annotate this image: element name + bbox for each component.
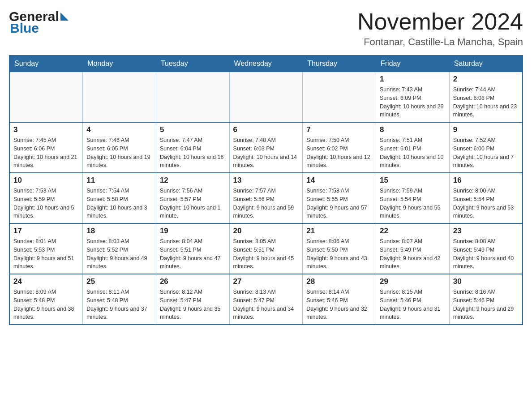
day-number: 10 <box>13 176 79 185</box>
day-number: 8 <box>380 125 446 134</box>
calendar-week-row: 1Sunrise: 7:43 AMSunset: 6:09 PMDaylight… <box>9 72 523 122</box>
day-info: Sunrise: 8:12 AMSunset: 5:47 PMDaylight:… <box>160 288 226 321</box>
day-number: 13 <box>233 176 299 185</box>
day-number: 26 <box>160 277 226 286</box>
day-info: Sunrise: 7:50 AMSunset: 6:02 PMDaylight:… <box>306 136 372 170</box>
day-number: 2 <box>453 75 519 84</box>
day-info: Sunrise: 8:07 AMSunset: 5:49 PMDaylight:… <box>380 237 446 271</box>
page-header: General Blue November 2024 Fontanar, Cas… <box>9 9 523 48</box>
day-info: Sunrise: 8:13 AMSunset: 5:47 PMDaylight:… <box>233 288 299 321</box>
day-number: 6 <box>233 125 299 134</box>
day-number: 18 <box>86 227 152 235</box>
day-info: Sunrise: 7:57 AMSunset: 5:56 PMDaylight:… <box>233 187 299 220</box>
title-area: November 2024 Fontanar, Castille-La Manc… <box>357 9 523 48</box>
day-info: Sunrise: 7:45 AMSunset: 6:06 PMDaylight:… <box>13 136 79 170</box>
day-info: Sunrise: 8:04 AMSunset: 5:51 PMDaylight:… <box>160 237 226 271</box>
day-number: 24 <box>13 277 79 286</box>
table-row: 28Sunrise: 8:14 AMSunset: 5:46 PMDayligh… <box>303 274 376 325</box>
day-number: 5 <box>160 125 226 134</box>
col-sunday: Sunday <box>9 56 83 72</box>
table-row: 29Sunrise: 8:15 AMSunset: 5:46 PMDayligh… <box>376 274 450 325</box>
day-number: 25 <box>86 277 152 286</box>
day-info: Sunrise: 8:16 AMSunset: 5:46 PMDaylight:… <box>453 288 519 321</box>
table-row: 3Sunrise: 7:45 AMSunset: 6:06 PMDaylight… <box>9 122 83 173</box>
col-monday: Monday <box>83 56 156 72</box>
table-row: 19Sunrise: 8:04 AMSunset: 5:51 PMDayligh… <box>156 223 229 274</box>
day-number: 4 <box>86 125 152 134</box>
table-row: 15Sunrise: 7:59 AMSunset: 5:54 PMDayligh… <box>376 173 450 223</box>
day-number: 21 <box>306 227 372 235</box>
day-info: Sunrise: 8:11 AMSunset: 5:48 PMDaylight:… <box>86 288 152 321</box>
day-info: Sunrise: 7:58 AMSunset: 5:55 PMDaylight:… <box>306 187 372 220</box>
table-row: 26Sunrise: 8:12 AMSunset: 5:47 PMDayligh… <box>156 274 229 325</box>
day-info: Sunrise: 7:44 AMSunset: 6:08 PMDaylight:… <box>453 86 519 119</box>
logo: General Blue <box>9 9 69 36</box>
day-info: Sunrise: 8:06 AMSunset: 5:50 PMDaylight:… <box>306 237 372 271</box>
table-row: 11Sunrise: 7:54 AMSunset: 5:58 PMDayligh… <box>83 173 156 223</box>
day-info: Sunrise: 8:08 AMSunset: 5:49 PMDaylight:… <box>453 237 519 271</box>
day-info: Sunrise: 7:47 AMSunset: 6:04 PMDaylight:… <box>160 136 226 170</box>
day-info: Sunrise: 8:05 AMSunset: 5:51 PMDaylight:… <box>233 237 299 271</box>
calendar-week-row: 17Sunrise: 8:01 AMSunset: 5:53 PMDayligh… <box>9 223 523 274</box>
day-number: 28 <box>306 277 372 286</box>
table-row: 8Sunrise: 7:51 AMSunset: 6:01 PMDaylight… <box>376 122 450 173</box>
table-row: 20Sunrise: 8:05 AMSunset: 5:51 PMDayligh… <box>229 223 303 274</box>
col-wednesday: Wednesday <box>229 56 303 72</box>
day-info: Sunrise: 7:59 AMSunset: 5:54 PMDaylight:… <box>380 187 446 220</box>
table-row: 27Sunrise: 8:13 AMSunset: 5:47 PMDayligh… <box>229 274 303 325</box>
day-info: Sunrise: 8:01 AMSunset: 5:53 PMDaylight:… <box>13 237 79 271</box>
day-info: Sunrise: 7:51 AMSunset: 6:01 PMDaylight:… <box>380 136 446 170</box>
table-row: 5Sunrise: 7:47 AMSunset: 6:04 PMDaylight… <box>156 122 229 173</box>
day-info: Sunrise: 8:15 AMSunset: 5:46 PMDaylight:… <box>380 288 446 321</box>
day-number: 19 <box>160 227 226 235</box>
table-row: 12Sunrise: 7:56 AMSunset: 5:57 PMDayligh… <box>156 173 229 223</box>
table-row: 17Sunrise: 8:01 AMSunset: 5:53 PMDayligh… <box>9 223 83 274</box>
table-row: 21Sunrise: 8:06 AMSunset: 5:50 PMDayligh… <box>303 223 376 274</box>
calendar-week-row: 3Sunrise: 7:45 AMSunset: 6:06 PMDaylight… <box>9 122 523 173</box>
day-info: Sunrise: 7:56 AMSunset: 5:57 PMDaylight:… <box>160 187 226 220</box>
logo-blue-text: Blue <box>9 21 69 36</box>
table-row: 9Sunrise: 7:52 AMSunset: 6:00 PMDaylight… <box>449 122 523 173</box>
day-number: 7 <box>306 125 372 134</box>
day-info: Sunrise: 8:03 AMSunset: 5:52 PMDaylight:… <box>86 237 152 271</box>
day-number: 29 <box>380 277 446 286</box>
col-thursday: Thursday <box>303 56 376 72</box>
day-number: 27 <box>233 277 299 286</box>
day-number: 20 <box>233 227 299 235</box>
day-info: Sunrise: 8:09 AMSunset: 5:48 PMDaylight:… <box>13 288 79 321</box>
page-title: November 2024 <box>357 9 523 34</box>
table-row: 30Sunrise: 8:16 AMSunset: 5:46 PMDayligh… <box>449 274 523 325</box>
day-number: 30 <box>453 277 519 286</box>
calendar-table: Sunday Monday Tuesday Wednesday Thursday… <box>9 55 523 325</box>
day-number: 1 <box>380 75 446 84</box>
day-info: Sunrise: 7:54 AMSunset: 5:58 PMDaylight:… <box>86 187 152 220</box>
day-number: 9 <box>453 125 519 134</box>
table-row: 18Sunrise: 8:03 AMSunset: 5:52 PMDayligh… <box>83 223 156 274</box>
table-row: 7Sunrise: 7:50 AMSunset: 6:02 PMDaylight… <box>303 122 376 173</box>
col-tuesday: Tuesday <box>156 56 229 72</box>
day-info: Sunrise: 7:48 AMSunset: 6:03 PMDaylight:… <box>233 136 299 170</box>
table-row: 6Sunrise: 7:48 AMSunset: 6:03 PMDaylight… <box>229 122 303 173</box>
table-row: 22Sunrise: 8:07 AMSunset: 5:49 PMDayligh… <box>376 223 450 274</box>
table-row <box>83 72 156 122</box>
day-info: Sunrise: 7:46 AMSunset: 6:05 PMDaylight:… <box>86 136 152 170</box>
calendar-week-row: 24Sunrise: 8:09 AMSunset: 5:48 PMDayligh… <box>9 274 523 325</box>
table-row: 16Sunrise: 8:00 AMSunset: 5:54 PMDayligh… <box>449 173 523 223</box>
day-number: 3 <box>13 125 79 134</box>
table-row <box>156 72 229 122</box>
table-row <box>9 72 83 122</box>
table-row: 10Sunrise: 7:53 AMSunset: 5:59 PMDayligh… <box>9 173 83 223</box>
calendar-header-row: Sunday Monday Tuesday Wednesday Thursday… <box>9 56 523 72</box>
calendar-week-row: 10Sunrise: 7:53 AMSunset: 5:59 PMDayligh… <box>9 173 523 223</box>
table-row: 14Sunrise: 7:58 AMSunset: 5:55 PMDayligh… <box>303 173 376 223</box>
table-row: 2Sunrise: 7:44 AMSunset: 6:08 PMDaylight… <box>449 72 523 122</box>
table-row: 13Sunrise: 7:57 AMSunset: 5:56 PMDayligh… <box>229 173 303 223</box>
page-subtitle: Fontanar, Castille-La Mancha, Spain <box>357 36 523 48</box>
col-friday: Friday <box>376 56 450 72</box>
day-info: Sunrise: 7:53 AMSunset: 5:59 PMDaylight:… <box>13 187 79 220</box>
table-row: 1Sunrise: 7:43 AMSunset: 6:09 PMDaylight… <box>376 72 450 122</box>
day-number: 15 <box>380 176 446 185</box>
day-info: Sunrise: 8:00 AMSunset: 5:54 PMDaylight:… <box>453 187 519 220</box>
day-info: Sunrise: 7:43 AMSunset: 6:09 PMDaylight:… <box>380 86 446 119</box>
table-row: 25Sunrise: 8:11 AMSunset: 5:48 PMDayligh… <box>83 274 156 325</box>
